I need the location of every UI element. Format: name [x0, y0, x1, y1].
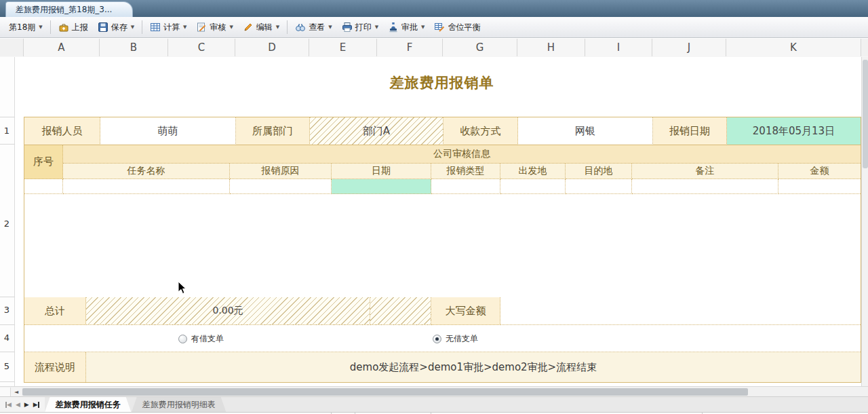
approve-icon [388, 22, 399, 33]
titlebar: 差旅费用报销_第18期_3... [0, 0, 868, 18]
group-header-cell: 公司审核信息 [63, 145, 861, 164]
amount-words-value-cell[interactable] [500, 297, 861, 325]
flow-label-cell: 流程说明 [24, 352, 86, 382]
loan-option-label: 有借支单 [191, 333, 224, 345]
detail-cell-remark[interactable] [632, 179, 778, 194]
date-value-cell[interactable]: 2018年05月13日 [727, 117, 861, 145]
grid-corner [861, 39, 868, 56]
view-button[interactable]: 查看 ▼ [290, 20, 336, 35]
scroll-left-arrow[interactable]: ◄ [11, 388, 22, 396]
department-label-cell: 所属部门 [236, 117, 310, 145]
amount-words-label-cell: 大写金额 [431, 297, 500, 325]
gutter-divider [0, 297, 15, 297]
audit-button[interactable]: 审核 ▼ [191, 20, 237, 35]
submit-label: 上报 [72, 22, 88, 33]
column-header[interactable]: C [168, 39, 235, 56]
loan-option-has[interactable]: 有借支单 [178, 325, 224, 352]
vertical-scrollbar[interactable] [861, 57, 868, 386]
detail-column-header: 备注 [632, 164, 778, 179]
horizontal-scrollbar-thumb[interactable] [22, 388, 748, 396]
chevron-down-icon: ▼ [39, 24, 42, 30]
detail-column-header: 报销原因 [230, 164, 332, 179]
column-header[interactable]: G [443, 39, 517, 56]
applicant-value-cell[interactable]: 萌萌 [100, 117, 236, 145]
grid-corner[interactable] [0, 39, 24, 56]
save-label: 保存 [111, 22, 127, 33]
view-label: 查看 [309, 22, 325, 33]
sheet-tab-bar: ◀ ◀ ▶ ▶ 差旅费用报销任务 差旅费用报销明细表 [0, 396, 868, 413]
row-number[interactable]: 1 [0, 126, 14, 136]
save-button[interactable]: 保存 ▼ [93, 20, 139, 35]
row-number[interactable]: 3 [0, 305, 14, 315]
radio-checked-icon[interactable] [433, 335, 441, 343]
sheet-tab-task[interactable]: 差旅费用报销任务 [45, 397, 132, 413]
column-header[interactable]: E [309, 39, 377, 56]
total-hatch-cell [370, 297, 431, 325]
approve-label: 审批 [401, 22, 418, 33]
detail-cell-amount[interactable] [778, 179, 861, 194]
approve-button[interactable]: 审批 ▼ [383, 20, 429, 35]
mouse-cursor [178, 281, 187, 295]
last-sheet-icon[interactable]: ▶ [33, 402, 39, 408]
detail-cell-reason[interactable] [230, 179, 332, 194]
column-header[interactable]: A [24, 39, 100, 56]
save-icon [98, 22, 108, 33]
toolbar-separator [142, 20, 142, 34]
detail-column-header: 任务名称 [63, 164, 230, 179]
sheet-area: 1 2 3 4 5 差旅费用报销单 报销人员 萌萌 所属部门 部门A 收款方式 … [0, 57, 868, 386]
period-menu-button[interactable]: 第18期 ▼ [4, 20, 47, 35]
edit-label: 编辑 [256, 22, 273, 33]
sheet-nav: ◀ ◀ ▶ ▶ [0, 397, 45, 413]
print-label: 打印 [355, 22, 372, 33]
detail-cell-origin[interactable] [500, 179, 566, 194]
column-header[interactable]: H [517, 39, 585, 56]
sheet-tab-detail[interactable]: 差旅费用报销明细表 [132, 397, 226, 413]
payment-label-cell: 收款方式 [443, 117, 518, 145]
payment-value-cell[interactable]: 网银 [518, 117, 653, 145]
row-number[interactable]: 5 [0, 361, 14, 371]
audit-icon [196, 22, 207, 33]
document-tab-label: 差旅费用报销_第18期_3... [16, 4, 112, 16]
prev-sheet-icon[interactable]: ◀ [16, 402, 20, 408]
column-header[interactable]: I [585, 39, 652, 56]
report-window: 差旅费用报销_第18期_3... 第18期 ▼ 上报 保存 ▼ 计算 ▼ 审核 … [0, 0, 868, 414]
rounding-balance-button[interactable]: 舍位平衡 [429, 20, 485, 35]
print-icon [342, 22, 353, 33]
vertical-scrollbar-thumb[interactable] [863, 60, 868, 168]
edit-button[interactable]: 编辑 ▼ [238, 20, 284, 35]
detail-column-header: 目的地 [566, 164, 632, 179]
detail-column-header: 金额 [778, 164, 861, 179]
radio-unchecked-icon[interactable] [178, 335, 187, 343]
column-header[interactable]: D [235, 39, 309, 56]
column-header[interactable]: F [377, 39, 443, 56]
loan-option-none[interactable]: 无借支单 [433, 325, 478, 352]
column-header[interactable]: J [652, 39, 726, 56]
next-sheet-icon[interactable]: ▶ [24, 402, 29, 408]
detail-cell-type[interactable] [431, 179, 500, 194]
chevron-down-icon: ▼ [328, 24, 332, 30]
chevron-down-icon: ▼ [375, 24, 378, 30]
document-tab[interactable]: 差旅费用报销_第18期_3... [5, 1, 133, 18]
row-number[interactable]: 2 [0, 219, 14, 229]
total-value-cell[interactable]: 0.00元 [86, 297, 370, 325]
department-value-cell[interactable]: 部门A [310, 117, 443, 145]
edit-icon [243, 22, 254, 33]
first-sheet-icon[interactable]: ◀ [5, 402, 12, 408]
horizontal-scrollbar[interactable]: ◄ [0, 386, 868, 396]
row-number[interactable]: 4 [0, 333, 14, 343]
scrollbar-corner-box [0, 388, 11, 396]
calculate-button[interactable]: 计算 ▼ [145, 20, 191, 35]
detail-cell-index[interactable] [24, 179, 63, 194]
gutter-divider [0, 144, 15, 145]
view-icon [295, 22, 306, 33]
column-header[interactable]: B [100, 39, 168, 56]
detail-cell-destination[interactable] [566, 179, 632, 194]
submit-button[interactable]: 上报 [54, 20, 93, 35]
print-button[interactable]: 打印 ▼ [337, 20, 383, 35]
flow-value-cell: demo发起流程>demo1审批>demo2审批>流程结束 [86, 352, 861, 382]
detail-cell-date-selected[interactable] [332, 179, 431, 194]
applicant-label-cell: 报销人员 [24, 117, 100, 145]
detail-cell-task[interactable] [63, 179, 230, 194]
chevron-down-icon: ▼ [131, 24, 134, 30]
column-header[interactable]: K [726, 39, 861, 56]
